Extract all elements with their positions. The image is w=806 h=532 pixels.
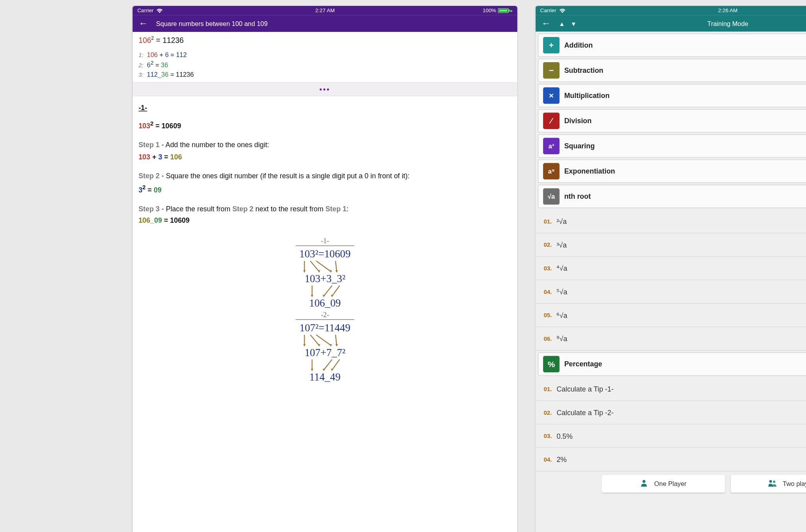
item-number: 04.	[543, 288, 552, 295]
step-1: Step 1 - Add the number to the ones digi…	[139, 139, 512, 163]
percent-icon: %	[543, 356, 560, 373]
mini-steps: 1: 106 + 6 = 112 2: 62 = 36 3: 112_36 = …	[139, 50, 512, 79]
category-percentage[interactable]: % Percentage ▼	[538, 353, 806, 376]
worked-diagram: -1- 103²=10609 103+3_3² 106_09 -2- 107²=…	[139, 235, 512, 391]
page-title: Square numbers between 100 and 109	[156, 20, 268, 27]
item-number: 02.	[543, 242, 552, 248]
svg-text:114_49: 114_49	[309, 371, 340, 383]
mini-step-3: 3: 112_36 = 11236	[139, 70, 512, 80]
list-item[interactable]: 05.⁶√a🪙500🔒	[536, 304, 806, 327]
minus-icon: −	[543, 62, 560, 79]
step-3: Step 3 - Place the result from Step 2 ne…	[139, 203, 512, 227]
item-label: Calculate a Tip -2-	[556, 408, 614, 417]
item-label: 2%	[556, 455, 567, 464]
nav-bar: ← Square numbers between 100 and 109	[133, 15, 517, 32]
root-icon: √a	[543, 188, 560, 205]
svg-text:103+3_3²: 103+3_3²	[305, 272, 346, 284]
right-device: Carrier 2:26 AM 100% ▸ ← ▲ ▼ Training Mo…	[536, 6, 806, 532]
player-toggle-bar: One Player Two players	[536, 471, 806, 496]
plus-icon: +	[543, 37, 560, 54]
item-number: 03.	[543, 433, 552, 439]
steps-section: -1- 1032 = 10609 Step 1 - Add the number…	[133, 96, 517, 397]
svg-point-10	[643, 480, 645, 482]
status-time: 2:27 AM	[133, 7, 517, 13]
square-icon: a²	[543, 138, 560, 154]
svg-point-11	[769, 480, 772, 482]
svg-text:-2-: -2-	[321, 311, 329, 319]
summary-section: 1062 = 11236 1: 106 + 6 = 112 2: 62 = 36…	[133, 32, 517, 82]
section-heading: -1-	[139, 102, 512, 114]
category-squaring[interactable]: a² Squaring ▲	[538, 134, 806, 158]
item-label: ⁴√a	[556, 264, 567, 272]
back-button[interactable]: ←	[139, 18, 148, 29]
lesson-content: 1062 = 11236 1: 106 + 6 = 112 2: 62 = 36…	[133, 32, 517, 532]
nav-bar: ← ▲ ▼ Training Mode 0/10700 ✓	[536, 15, 806, 32]
divide-icon: ∕	[543, 113, 560, 129]
item-number: 03.	[543, 265, 552, 272]
list-item[interactable]: 01.²√a0/100✓	[536, 210, 806, 234]
mini-step-1: 1: 106 + 6 = 112	[139, 50, 512, 59]
svg-text:107+7_7²: 107+7_7²	[305, 346, 346, 358]
list-item[interactable]: 06.⁹√a🪙500🔒	[536, 327, 806, 351]
people-icon	[767, 479, 777, 489]
down-button[interactable]: ▼	[571, 20, 577, 27]
one-player-button[interactable]: One Player	[602, 475, 725, 493]
status-bar: Carrier 2:26 AM 100% ▸	[536, 6, 806, 15]
item-label: ²√a	[556, 217, 567, 225]
item-number: 01.	[543, 386, 552, 392]
item-label: ⁶√a	[556, 311, 567, 320]
status-bar: Carrier 2:27 AM 100% ▸	[133, 6, 517, 15]
item-number: 02.	[543, 409, 552, 416]
item-label: ⁵√a	[556, 288, 567, 296]
battery-icon	[498, 8, 508, 13]
charging-icon: ▸	[510, 8, 513, 13]
dots-icon: •••	[320, 85, 331, 93]
svg-text:103²=10609: 103²=10609	[299, 248, 351, 260]
item-label: Calculate a Tip -1-	[556, 385, 614, 393]
list-item[interactable]: 03.0.5%🪙500🔒	[536, 425, 806, 448]
category-subtraction[interactable]: − Subtraction ▲	[538, 59, 806, 82]
mini-step-2: 2: 62 = 36	[139, 59, 512, 70]
item-number: 05.	[543, 312, 552, 318]
status-time: 2:26 AM	[536, 7, 806, 13]
back-button[interactable]: ←	[542, 18, 551, 29]
item-label: ³√a	[556, 241, 567, 249]
list-item[interactable]: 04.2%0/100✓	[536, 448, 806, 471]
list-item[interactable]: 01.Calculate a Tip -1-0/100✓	[536, 378, 806, 401]
category-addition[interactable]: + Addition ▲	[538, 33, 806, 57]
item-number: 04.	[543, 456, 552, 462]
svg-text:-1-: -1-	[321, 237, 329, 245]
training-list[interactable]: + Addition ▲ − Subtraction ▲ × Multiplic…	[536, 32, 806, 532]
exponent-icon: aˣ	[543, 163, 560, 179]
battery-pct: 100%	[482, 7, 496, 13]
wifi-icon	[559, 8, 566, 13]
multiply-icon: ×	[543, 87, 560, 104]
wifi-icon	[156, 8, 163, 13]
list-item[interactable]: 02.Calculate a Tip -2-0/100✓	[536, 401, 806, 425]
item-number: 01.	[543, 218, 552, 224]
list-item[interactable]: 03.⁴√a🪙500🔒	[536, 257, 806, 281]
person-icon	[640, 479, 649, 489]
header-equation: 1062 = 11236	[139, 35, 512, 46]
item-number: 06.	[543, 335, 552, 342]
up-button[interactable]: ▲	[559, 20, 565, 27]
svg-point-12	[773, 480, 775, 482]
category-multiplication[interactable]: × Multiplication ▲	[538, 84, 806, 107]
list-item[interactable]: 02.³√a🪙500🔒	[536, 233, 806, 257]
category-division[interactable]: ∕ Division ▲	[538, 109, 806, 133]
item-label: ⁹√a	[556, 334, 567, 343]
category-exponentiation[interactable]: aˣ Exponentiation ▲	[538, 159, 806, 183]
carrier-label: Carrier	[137, 7, 153, 13]
svg-text:107²=11449: 107²=11449	[299, 322, 350, 334]
svg-text:106_09: 106_09	[309, 297, 341, 309]
expand-handle[interactable]: •••	[133, 82, 517, 96]
two-players-button[interactable]: Two players	[731, 475, 806, 493]
step-2: Step 2 - Square the ones digit number (i…	[139, 170, 512, 196]
main-equation: 1032 = 10609	[139, 118, 512, 132]
list-item[interactable]: 04.⁵√a🪙500🔒	[536, 280, 806, 304]
left-device: Carrier 2:27 AM 100% ▸ ← Square numbers …	[133, 6, 517, 532]
carrier-label: Carrier	[540, 7, 556, 13]
item-label: 0.5%	[556, 432, 573, 440]
category-nth-root[interactable]: √a nth root ▼	[538, 185, 806, 208]
